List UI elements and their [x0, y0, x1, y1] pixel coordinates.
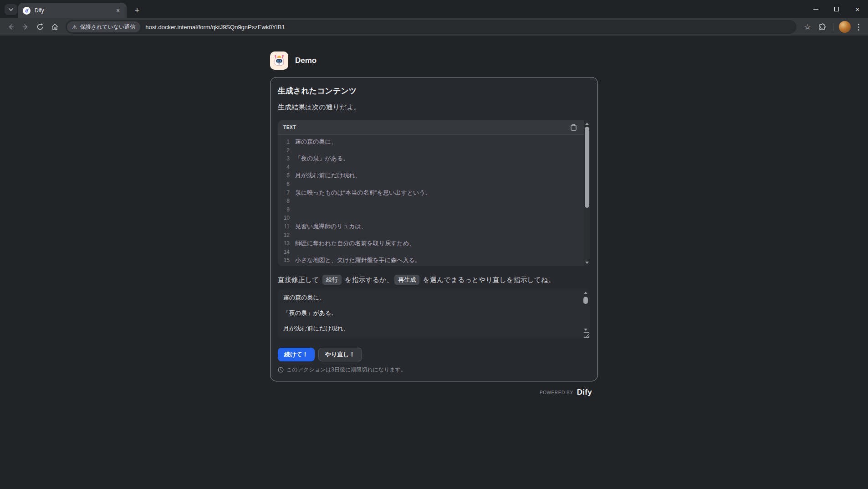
generated-content-card: 生成されたコンテンツ 生成結果は次の通りだよ。 TEXT 1霧の森の奥に、23「… [270, 77, 598, 381]
line-number: 4 [278, 163, 290, 172]
back-button[interactable] [4, 20, 18, 34]
profile-avatar[interactable] [839, 21, 851, 33]
expiry-note-text: このアクションは3日後に期限切れになります。 [286, 366, 406, 374]
scroll-down-arrow-icon[interactable] [585, 262, 589, 264]
tab-search-button[interactable] [5, 4, 17, 15]
code-line: 13師匠に奪われた自分の名前を取り戻すため、 [278, 239, 590, 248]
code-line: 9 [278, 206, 590, 214]
code-line: 1霧の森の奥に、 [278, 138, 590, 146]
url-text[interactable]: host.docker.internal/form/qktJ9SQn9gnPsz… [145, 24, 285, 31]
browser-toolbar: ⚠ 保護されていない通信 host.docker.internal/form/q… [0, 18, 868, 36]
line-number: 1 [278, 138, 290, 146]
content-edit-textarea[interactable] [278, 289, 590, 339]
resize-handle[interactable] [584, 332, 589, 338]
scroll-up-arrow-icon[interactable] [584, 292, 587, 294]
instruction-text: を選んでまるっとやり直しを指示してね。 [421, 274, 555, 285]
dot [858, 26, 859, 28]
star-icon: ☆ [804, 22, 811, 32]
forward-button[interactable] [18, 20, 33, 34]
extensions-button[interactable] [815, 20, 829, 34]
forward-arrow-icon [22, 23, 29, 31]
code-line: 3「夜の泉」がある。 [278, 154, 590, 163]
code-line-text: 師匠に奪われた自分の名前を取り戻すため、 [295, 239, 415, 248]
new-tab-button[interactable]: + [131, 5, 143, 16]
code-language-label: TEXT [283, 125, 296, 130]
browser-titlebar: if Dify × + × [0, 0, 868, 18]
textarea-scrollbar[interactable] [583, 291, 589, 332]
code-line: 12 [278, 231, 590, 240]
expiry-note: このアクションは3日後に期限切れになります。 [278, 366, 590, 374]
card-subtitle: 生成結果は次の通りだよ。 [278, 102, 590, 112]
generated-text-block: TEXT 1霧の森の奥に、23「夜の泉」がある。45月が沈む前にだけ現れ、67泉… [278, 120, 590, 266]
page-body: Demo 生成されたコンテンツ 生成結果は次の通りだよ。 TEXT 1霧の森の奥… [0, 36, 868, 489]
code-line: 14 [278, 248, 590, 257]
robot-icon [272, 54, 286, 67]
reload-button[interactable] [33, 20, 47, 34]
line-number: 14 [278, 248, 290, 257]
robot-app-icon [270, 51, 288, 70]
dot [858, 29, 859, 31]
window-close-button[interactable]: × [847, 0, 868, 18]
copy-icon[interactable] [571, 124, 577, 131]
scrollbar-thumb[interactable] [583, 297, 588, 304]
code-line: 4 [278, 163, 590, 172]
window-controls: × [805, 0, 868, 18]
code-line-text: 月が沈む前にだけ現れ、 [295, 171, 361, 180]
line-number: 12 [278, 231, 290, 240]
scroll-up-arrow-icon[interactable] [585, 123, 589, 125]
retry-button[interactable]: やり直し！ [318, 348, 362, 361]
maximize-icon [834, 7, 839, 11]
back-arrow-icon [7, 23, 15, 31]
instruction-text: 直接修正して [278, 274, 321, 285]
dify-favicon-icon: if [23, 7, 31, 15]
card-title: 生成されたコンテンツ [278, 86, 590, 97]
line-number: 8 [278, 197, 290, 206]
line-number: 3 [278, 154, 290, 163]
line-number: 5 [278, 171, 290, 180]
code-line: 11見習い魔導師のリュカは、 [278, 222, 590, 231]
dot [858, 24, 859, 25]
browser-menu-button[interactable] [853, 21, 864, 33]
code-line: 7泉に映ったものは“本当の名前”を思い出すという。 [278, 189, 590, 197]
line-number: 10 [278, 214, 290, 222]
inline-code-badge: 続行 [322, 275, 342, 285]
home-icon [51, 23, 59, 31]
code-line: 8 [278, 197, 590, 206]
code-scrollbar[interactable] [584, 120, 590, 266]
tab-title: Dify [35, 7, 114, 14]
close-icon: × [856, 6, 860, 13]
code-line-text: 霧の森の奥に、 [295, 138, 337, 146]
toolbar-right: ☆ [800, 20, 864, 34]
inline-code-badge: 再生成 [394, 275, 419, 285]
page-title: Demo [295, 56, 317, 65]
instruction-text: を指示するか、 [343, 274, 393, 285]
puzzle-icon [818, 23, 826, 31]
code-line: 6 [278, 180, 590, 189]
code-line-text: 見習い魔導師のリュカは、 [295, 222, 367, 231]
browser-tab-dify[interactable]: if Dify × [18, 3, 127, 18]
line-number: 11 [278, 222, 290, 231]
minimize-icon [813, 9, 818, 10]
code-line-text: 泉に映ったものは“本当の名前”を思い出すという。 [295, 189, 431, 197]
code-line-text: 小さな地図と、欠けた羅針盤を手に森へ入る。 [295, 256, 421, 265]
line-number: 13 [278, 239, 290, 248]
clock-icon [278, 367, 284, 373]
line-number: 2 [278, 146, 290, 155]
window-minimize-button[interactable] [805, 0, 826, 18]
home-button[interactable] [47, 20, 62, 34]
tab-close-icon[interactable]: × [114, 6, 122, 15]
dify-logo[interactable]: Dify [577, 388, 592, 397]
code-line: 5月が沈む前にだけ現れ、 [278, 171, 590, 180]
bookmark-button[interactable]: ☆ [800, 20, 815, 34]
scrollbar-thumb[interactable] [585, 127, 589, 208]
continue-button[interactable]: 続けて！ [278, 348, 315, 361]
content-column: Demo 生成されたコンテンツ 生成結果は次の通りだよ。 TEXT 1霧の森の奥… [270, 36, 598, 397]
address-bar[interactable]: ⚠ 保護されていない通信 host.docker.internal/form/q… [66, 20, 797, 34]
line-number: 6 [278, 180, 290, 189]
line-number: 7 [278, 189, 290, 197]
reload-icon [36, 23, 44, 31]
scroll-down-arrow-icon[interactable] [584, 329, 587, 331]
app-header: Demo [270, 51, 598, 70]
security-chip[interactable]: ⚠ 保護されていない通信 [67, 21, 140, 32]
window-maximize-button[interactable] [826, 0, 847, 18]
